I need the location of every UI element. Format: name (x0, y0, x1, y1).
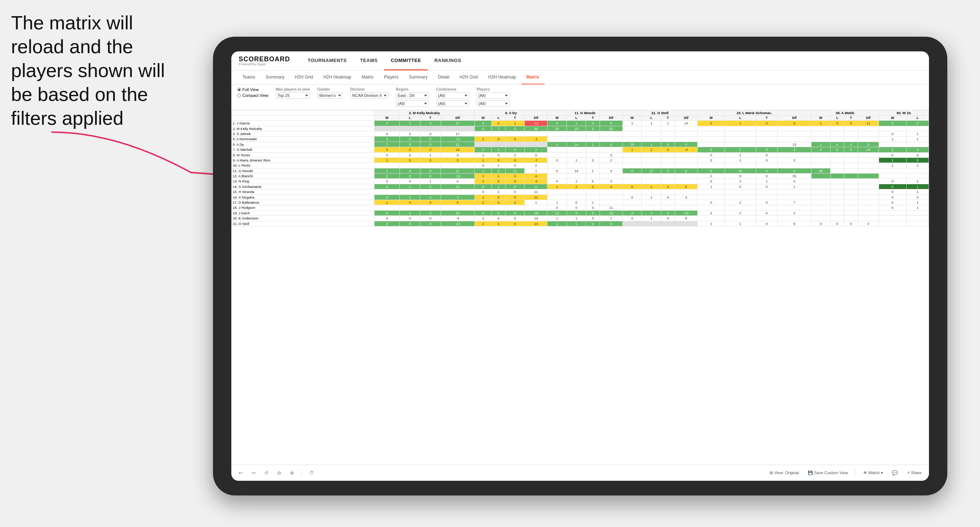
sub-h-w4: W (622, 116, 642, 121)
matrix-content[interactable]: 2. M Kelly Mulcahy 6. A Dy 11. G Woods 2… (231, 110, 929, 465)
cell (441, 205, 475, 210)
cell (811, 163, 830, 168)
tab-matrix2[interactable]: Matrix (522, 70, 544, 84)
nav-rankings[interactable]: RANKINGS (428, 51, 468, 70)
cell: 2 (475, 216, 492, 221)
zoom-in-button[interactable]: ⊕ (287, 469, 297, 477)
nav-teams[interactable]: TEAMS (353, 51, 384, 70)
tab-detail[interactable]: Detail (433, 70, 455, 84)
nav-tournaments[interactable]: TOURNAMENTS (301, 51, 353, 70)
cell: 40 (525, 126, 547, 131)
gender-select[interactable]: Women's Men's All (317, 92, 343, 99)
cell: 0 (505, 210, 525, 216)
cell: 0 (475, 163, 492, 168)
cell (756, 131, 778, 136)
cell (844, 168, 858, 173)
nav-committee[interactable]: COMMITTEE (384, 51, 428, 70)
cell (811, 189, 830, 195)
compact-view-radio[interactable]: Compact View (237, 93, 269, 98)
cell: 5 (525, 184, 547, 189)
tab-players[interactable]: Players (379, 70, 404, 84)
watch-button[interactable]: 👁 Watch ▾ (860, 469, 886, 477)
zoom-out-button[interactable]: ⊖ (274, 469, 284, 477)
comment-button[interactable]: 💬 (889, 469, 901, 477)
zoom-out-icon: ⊖ (277, 470, 281, 476)
cell: 14 (441, 184, 475, 189)
cell (698, 131, 725, 136)
cell (399, 163, 420, 168)
cell: 0 (586, 221, 600, 226)
cell (600, 137, 622, 142)
tab-summary2[interactable]: Summary (404, 70, 433, 84)
players-filter-sub-select[interactable]: (All) (477, 100, 510, 107)
cell (566, 137, 586, 142)
cell: 2 (505, 152, 525, 157)
tab-h2h-grid[interactable]: H2H Grid (290, 70, 318, 84)
cell (906, 210, 929, 216)
cell: 1 (811, 121, 830, 126)
cell: 0 (586, 184, 600, 189)
players-filter-select[interactable]: (All) (477, 92, 510, 99)
undo-button[interactable]: ↩ (236, 469, 246, 477)
cell: 7 (492, 126, 505, 131)
max-players-select[interactable]: Top 25 Top 50 All (276, 92, 310, 99)
tab-h2h-heatmap2[interactable]: H2H Heatmap (483, 70, 521, 84)
player-name: 6. A Dy (232, 142, 374, 147)
player-name: 18. J Hodgson (232, 205, 374, 210)
cell: 7 (374, 142, 399, 147)
cell (858, 195, 879, 200)
division-select[interactable]: NCAA Division II NCAA Division I NAIA Al… (350, 92, 388, 99)
cell (725, 195, 756, 200)
cell: 14 (566, 168, 586, 173)
cell (879, 126, 906, 131)
clock-icon: ⏱ (309, 470, 314, 476)
cell: 0 (492, 168, 505, 173)
player-name: 15. H Stranda (232, 189, 374, 195)
cell: 0 (547, 205, 567, 210)
clock-button[interactable]: ⏱ (306, 469, 317, 477)
region-select[interactable]: East - DII (All) (396, 92, 429, 99)
cell: 0 (844, 121, 858, 126)
redo-button[interactable]: ↪ (248, 469, 258, 477)
cell (858, 157, 879, 163)
cell: 1 (399, 210, 420, 216)
cell: 7 (778, 200, 811, 205)
cell (830, 152, 844, 157)
cell (441, 126, 475, 131)
cell: 0 (661, 147, 675, 152)
cell (600, 163, 622, 168)
tab-matrix[interactable]: Matrix (356, 70, 379, 84)
region-sub-select[interactable]: (All) (396, 100, 429, 107)
col-header-stoll: 21. O Stoll (622, 111, 697, 116)
cell (858, 205, 879, 210)
share-button[interactable]: ↗ Share (904, 469, 924, 477)
cell: 11 (525, 189, 547, 195)
cell: 0 (600, 121, 622, 126)
cell: 0 (374, 179, 399, 184)
conference-sub-select[interactable]: (All) (436, 100, 469, 107)
tab-h2h-grid2[interactable]: H2H Grid (454, 70, 483, 84)
cell: 0 (906, 152, 929, 157)
tab-summary[interactable]: Summary (260, 70, 290, 84)
table-row: 8. M Torres 0 0 1 0 1 0 2 0 3 (232, 152, 929, 157)
cell: 4 (600, 184, 622, 189)
player-name: 20. E Andersson (232, 216, 374, 221)
refresh-button[interactable]: ↺ (261, 469, 271, 477)
cell: 1 (642, 142, 661, 147)
cell (756, 142, 778, 147)
table-row: 9. A Maria Jimenez Rios 1 0 0 5 1 0 0 -7… (232, 157, 929, 163)
sub-h-l6: L (830, 116, 844, 121)
tablet-frame: SCOREBOARD Powered by clippd TOURNAMENTS… (213, 37, 947, 495)
full-view-radio[interactable]: Full View (237, 87, 269, 92)
tab-teams[interactable]: Teams (237, 70, 260, 84)
cell: 0 (441, 179, 475, 184)
logo-area: SCOREBOARD Powered by clippd (239, 56, 290, 66)
conference-select[interactable]: (All) (436, 92, 469, 99)
cell (830, 126, 844, 131)
cell: 3 (600, 179, 622, 184)
view-original-button[interactable]: ⊞ View: Original (767, 469, 802, 477)
tab-h2h-heatmap[interactable]: H2H Heatmap (318, 70, 356, 84)
table-row: 14. S Srichantamit 3 1 0 14 0 1 0 5 1 2 … (232, 184, 929, 189)
cell: 0 (622, 168, 642, 173)
save-custom-button[interactable]: 💾 Save Custom View (805, 469, 851, 477)
